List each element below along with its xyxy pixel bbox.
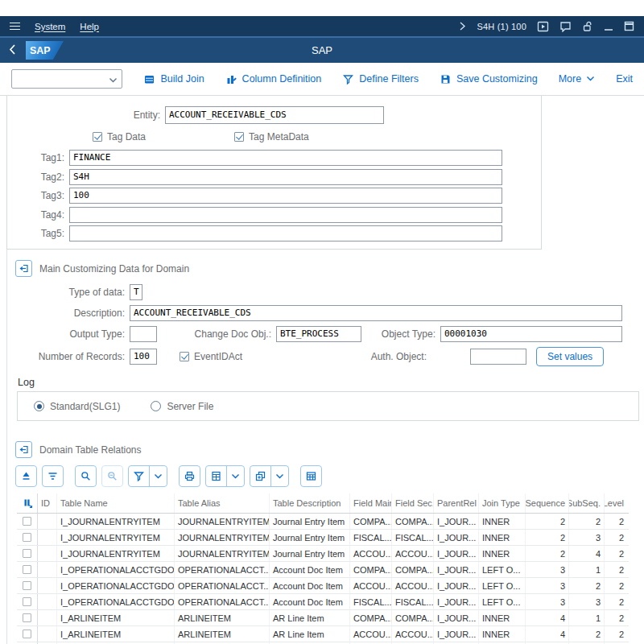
tag-input[interactable]: S4H <box>69 169 502 185</box>
set-values-button[interactable]: Set values <box>536 347 604 366</box>
titlebar: SAP SAP <box>0 36 644 63</box>
export-button[interactable] <box>205 465 245 487</box>
cell-sequence: 4 <box>526 626 569 642</box>
menu-help[interactable]: Help <box>80 22 99 31</box>
tag-data-checkbox[interactable]: Tag Data <box>93 131 146 142</box>
collapse-section-icon[interactable] <box>15 260 32 277</box>
define-filters-button[interactable]: Define Filters <box>342 73 419 85</box>
tag-metadata-checkbox[interactable]: Tag MetaData <box>234 131 309 142</box>
back-chevron-icon[interactable] <box>8 43 16 58</box>
select-all-header-cell[interactable] <box>17 493 38 513</box>
expand-chevron-icon[interactable] <box>459 21 466 31</box>
checkbox-icon <box>93 132 102 142</box>
chat-icon[interactable] <box>559 21 572 32</box>
object-type-input[interactable]: 00001030 <box>440 326 622 342</box>
num-records-input[interactable]: 100 <box>130 349 157 365</box>
cell-subseq: 3 <box>569 530 605 545</box>
table-row[interactable]: I_OPERATIONALACCTGDO... OPERATIONALACCT.… <box>17 562 629 578</box>
col-header-table-name[interactable]: Table Name <box>57 493 175 513</box>
table-settings-button[interactable] <box>300 465 322 487</box>
collapse-section-icon[interactable] <box>15 441 32 458</box>
type-of-data-input[interactable]: T <box>130 284 142 300</box>
col-header-field-sec[interactable]: Field Sec. <box>392 493 434 513</box>
layout-combobox[interactable] <box>11 69 122 89</box>
sap-gui-window: System Help S4H (1) 100 <box>0 16 644 644</box>
output-type-input[interactable] <box>130 326 157 342</box>
build-join-button[interactable]: Build Join <box>143 73 204 85</box>
save-customizing-button[interactable]: Save Customizing <box>440 73 538 85</box>
col-header-field-main[interactable]: Field Main <box>350 493 392 513</box>
radio-server-file[interactable]: Server File <box>151 401 213 412</box>
cell-parentrel: I_JOUR... <box>434 546 479 561</box>
sort-descending-button[interactable] <box>42 465 64 487</box>
exit-button[interactable]: Exit <box>616 73 633 85</box>
chevron-down-icon <box>109 75 118 86</box>
more-button[interactable]: More <box>559 73 595 85</box>
tag-label: Tag1: <box>18 152 69 163</box>
chevron-down-icon[interactable] <box>226 466 244 486</box>
cell-table-name: I_OPERATIONALACCTGDO... <box>57 594 175 609</box>
row-checkbox[interactable] <box>23 565 31 574</box>
col-header-parentrel[interactable]: ParentRel <box>434 493 479 513</box>
eventid-checkbox[interactable]: EventIDAct <box>180 351 242 362</box>
description-input[interactable]: ACCOUNT_RECEIVABLE_CDS <box>130 305 622 321</box>
num-records-label: Number of Records: <box>17 351 130 362</box>
sort-ascending-button[interactable] <box>15 465 37 487</box>
change-doc-label: Change Doc Obj.: <box>157 328 276 340</box>
radio-standard-slg1[interactable]: Standard(SLG1) <box>34 401 120 412</box>
table-row[interactable]: I_JOURNALENTRYITEM JOURNALENTRYITEM Jour… <box>17 546 629 562</box>
col-header-subseq[interactable]: SubSeq. <box>569 493 605 513</box>
col-header-table-description[interactable]: Table Description <box>270 493 350 513</box>
chevron-down-icon[interactable] <box>149 466 167 486</box>
gui-session-icon[interactable] <box>537 21 549 32</box>
table-row[interactable]: I_JOURNALENTRYITEM JOURNALENTRYITEM Jour… <box>17 530 629 546</box>
tag-input[interactable]: 100 <box>69 188 502 204</box>
copy-button[interactable] <box>250 465 289 487</box>
find-button[interactable] <box>75 465 97 487</box>
row-checkbox[interactable] <box>23 533 31 542</box>
restore-icon[interactable] <box>624 21 634 31</box>
hamburger-menu-icon[interactable] <box>10 23 20 31</box>
find-next-button[interactable] <box>101 465 123 487</box>
entity-input[interactable]: ACCOUNT_RECEIVABLE_CDS <box>165 106 384 124</box>
cell-id <box>38 610 57 625</box>
filter-button[interactable] <box>128 465 167 487</box>
col-header-sequence[interactable]: Sequence <box>526 493 569 513</box>
row-checkbox[interactable] <box>23 597 31 606</box>
cell-table-name: I_OPERATIONALACCTGDO... <box>57 578 175 593</box>
cell-table-name: I_JOURNALENTRYITEM <box>57 546 175 561</box>
print-button[interactable] <box>179 465 200 487</box>
row-checkbox[interactable] <box>23 549 31 558</box>
row-checkbox[interactable] <box>23 630 31 638</box>
column-definition-button[interactable]: Column Definition <box>225 73 322 85</box>
tag-input[interactable] <box>69 225 502 242</box>
auth-object-input[interactable] <box>470 349 526 365</box>
col-header-table-alias[interactable]: Table Alias <box>175 493 270 513</box>
change-doc-input[interactable]: BTE_PROCESS <box>276 326 361 342</box>
tag-input[interactable]: FINANCE <box>69 150 502 166</box>
menu-system[interactable]: System <box>35 22 65 31</box>
column-definition-icon <box>225 73 237 85</box>
sap-logo: SAP <box>26 41 64 60</box>
row-checkbox[interactable] <box>23 581 31 590</box>
table-row[interactable]: I_OPERATIONALACCTGDO... OPERATIONALACCT.… <box>17 594 629 610</box>
cell-field-sec: FISCAL... <box>392 530 434 545</box>
col-header-level[interactable]: Level <box>605 493 627 513</box>
col-header-id[interactable]: ID <box>38 493 57 513</box>
row-checkbox[interactable] <box>23 517 31 526</box>
lock-open-icon[interactable] <box>582 21 593 32</box>
chevron-down-icon[interactable] <box>270 466 288 486</box>
tag-input[interactable] <box>69 207 502 223</box>
table-row[interactable]: I_OPERATIONALACCTGDO... OPERATIONALACCT.… <box>17 578 629 594</box>
row-checkbox[interactable] <box>23 613 31 622</box>
table-row[interactable]: I_JOURNALENTRYITEM JOURNALENTRYITEM Jour… <box>17 514 629 530</box>
cell-id <box>38 514 57 529</box>
cell-join-type: INNER <box>479 546 526 561</box>
table-row[interactable]: I_ARLINEITEM ARLINEITEM AR Line Item ACC… <box>17 626 629 642</box>
col-header-join-type[interactable]: Join Type <box>479 493 526 513</box>
minimize-icon[interactable] <box>604 21 613 31</box>
log-group-title: Log <box>18 377 634 388</box>
section-main-customizing: Main Customizing Data for Domain <box>15 260 634 277</box>
table-row[interactable]: I_ARLINEITEM ARLINEITEM AR Line Item COM… <box>17 610 629 626</box>
section-title: Domain Table Relations <box>39 444 142 456</box>
